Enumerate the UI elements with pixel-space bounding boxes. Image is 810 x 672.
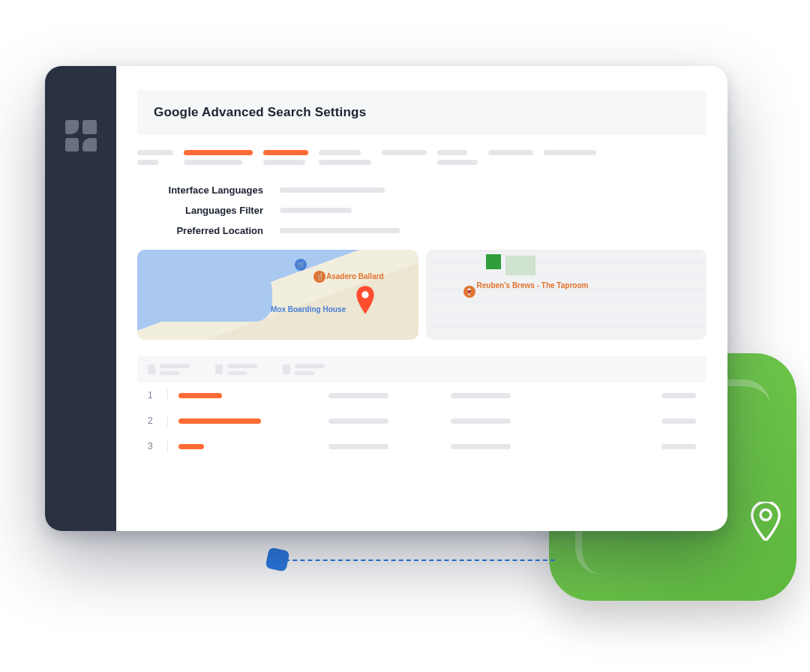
row-number: 3: [148, 441, 163, 452]
table-row[interactable]: 2: [137, 408, 706, 434]
map-poi-label: Asadero Ballard: [326, 272, 384, 280]
row-number: 2: [148, 416, 163, 426]
decorative-blue-square: [265, 547, 290, 572]
settings-section: Interface Languages Languages Filter Pre…: [137, 184, 706, 236]
tab-item[interactable]: [544, 150, 596, 165]
page-title-bar: Google Advanced Search Settings: [137, 90, 706, 135]
restaurant-pin-icon: 🍴: [314, 271, 326, 283]
setting-value-placeholder[interactable]: [280, 208, 352, 213]
park-icon: [486, 254, 501, 269]
results-table: 1 2 3: [137, 356, 706, 459]
table-header-cell[interactable]: [283, 364, 325, 375]
main-panel: Google Advanced Search Settings Interfac…: [116, 66, 728, 531]
setting-label: Interface Languages: [137, 184, 280, 196]
setting-languages-filter: Languages Filter: [137, 205, 706, 216]
page-title: Google Advanced Search Settings: [154, 105, 690, 120]
table-row[interactable]: 3: [137, 434, 706, 459]
table-header: [137, 356, 706, 382]
setting-label: Languages Filter: [137, 205, 280, 216]
setting-label: Preferred Location: [137, 225, 280, 236]
table-row[interactable]: 1: [137, 382, 706, 408]
decorative-blue-path: [278, 560, 555, 561]
park-area-icon: [506, 256, 536, 275]
location-pin-icon: [355, 286, 376, 314]
tab-item[interactable]: [437, 150, 478, 165]
map-poi-label: Mox Boarding House: [271, 305, 346, 314]
table-header-cell[interactable]: [215, 364, 257, 375]
tab-item[interactable]: [319, 150, 371, 165]
tab-item[interactable]: [382, 150, 427, 165]
bar-pin-icon: 🍷: [464, 286, 476, 298]
table-header-cell[interactable]: [148, 364, 190, 375]
setting-interface-languages: Interface Languages: [137, 184, 706, 196]
tab-item[interactable]: [488, 150, 533, 165]
setting-preferred-location: Preferred Location: [137, 225, 706, 236]
map-right[interactable]: 🍷 Reuben's Brews - The Taproom: [426, 250, 707, 340]
tab-item-active[interactable]: [263, 150, 308, 165]
map-section: 🛒 🍴 Asadero Ballard Mox Boarding House 🍷…: [137, 250, 706, 340]
shopping-pin-icon: 🛒: [295, 259, 307, 271]
svg-point-1: [362, 291, 368, 298]
map-poi-label: Reuben's Brews - The Taproom: [477, 281, 589, 290]
map-left[interactable]: 🛒 🍴 Asadero Ballard Mox Boarding House: [137, 250, 418, 340]
setting-value-placeholder[interactable]: [280, 228, 400, 233]
svg-point-0: [760, 509, 771, 520]
tab-item[interactable]: [137, 150, 173, 165]
sidebar: [45, 66, 116, 531]
tab-item-active[interactable]: [184, 150, 253, 165]
map-pin-icon: [750, 502, 782, 541]
row-number: 1: [148, 390, 163, 400]
tab-bar: [137, 150, 706, 165]
app-window: Google Advanced Search Settings Interfac…: [45, 66, 728, 531]
app-logo-icon[interactable]: [65, 120, 97, 152]
setting-value-placeholder[interactable]: [280, 188, 385, 193]
